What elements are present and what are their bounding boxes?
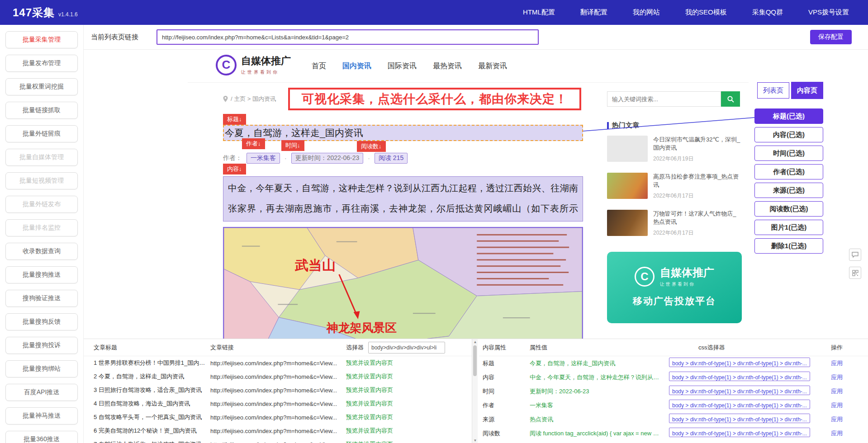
top-nav-item[interactable]: 我的SEO模板 — [685, 8, 727, 17]
scroll-up-arrow[interactable]: ▲ — [472, 339, 478, 345]
sidebar-item[interactable]: 批量搜狗绑站 — [5, 360, 78, 377]
preview-set-content-link[interactable]: 预览并设置内容页 — [346, 427, 393, 435]
top-bar: 147采集 v1.4.1.6 HTML配置翻译配置我的网站我的SEO模板采集QQ… — [0, 0, 868, 25]
sidebar-item[interactable]: 批量神马推送 — [5, 407, 78, 424]
sidebar-item[interactable]: 批量搜狗推送 — [5, 266, 78, 283]
css-selector-box[interactable]: body > div:nth-of-type(1) > div:nth-of-t… — [669, 428, 810, 437]
article-list-table: 文章标题 文章链接 选择器 1 世界男排联赛积分榜！中国男排1_国内资讯 htt… — [84, 339, 472, 443]
views-field-tag[interactable]: 阅读数↓ — [357, 141, 386, 152]
sidebar-item[interactable]: 批量排名监控 — [5, 219, 78, 236]
selector-field-button[interactable]: 阅读数(已选) — [754, 201, 823, 217]
article-row-title: 1 世界男排联赛积分榜！中国男排1_国内资讯 — [84, 359, 210, 367]
top-nav-item[interactable]: VPS拨号设置 — [808, 8, 849, 17]
ad-logo-icon: C — [635, 267, 655, 287]
sidebar-item[interactable]: 批量搜狗反馈 — [5, 313, 78, 330]
preview-set-content-link[interactable]: 预览并设置内容页 — [346, 372, 393, 381]
article-views-selection[interactable]: 阅读 215 — [375, 153, 408, 164]
prop-row: 标题 今夏，自驾游，这样走_国内资讯 body > div:nth-of-typ… — [479, 356, 868, 370]
selector-field-button[interactable]: 时间(已选) — [754, 146, 823, 161]
preview-set-content-link[interactable]: 预览并设置内容页 — [346, 440, 393, 443]
selector-field-button[interactable]: 标题(已选) — [754, 108, 823, 124]
hot-article-title: 万物皆可炸！这7家人气炸物店_热点资讯 — [653, 210, 742, 226]
hot-article-thumbnail — [607, 173, 648, 199]
preview-set-content-link[interactable]: 预览并设置内容页 — [346, 359, 393, 367]
article-row-title: 7 自驾行达人告诉你：短途攻略_国内资讯 — [84, 440, 210, 443]
sidebar-item[interactable]: 批量搜狗投诉 — [5, 337, 78, 354]
hot-article-item[interactable]: 万物皆可炸！这7家人气炸物店_热点资讯 2022年06月17日 — [607, 210, 743, 237]
css-selector-box[interactable]: body > div:nth-of-type(1) > div:nth-of-t… — [669, 358, 810, 367]
save-config-button[interactable]: 保存配置 — [810, 30, 852, 44]
selector-field-button[interactable]: 删除1(已选) — [754, 238, 823, 254]
sidebar-item[interactable]: 批量短视频管理 — [5, 172, 78, 189]
site-logo[interactable]: C 自媒体推广 让世界看到你 — [216, 54, 291, 75]
hot-article-item[interactable]: 今日深圳市气温飙升32℃，深圳_国内资讯 2022年06月19日 — [607, 136, 743, 163]
css-selector-box[interactable]: body > div:nth-of-type(1) > div:nth-of-t… — [669, 414, 810, 423]
content-field-tag[interactable]: 内容↓ — [223, 164, 246, 174]
hot-article-thumbnail — [607, 210, 648, 236]
prop-row: 阅读数 阅读 function tag_arcclick(aid) { var … — [479, 426, 868, 440]
search-button[interactable] — [721, 91, 740, 107]
time-field-tag[interactable]: 时间↓ — [281, 140, 304, 151]
tab-content-page[interactable]: 内容页 — [791, 82, 823, 99]
article-title-selection[interactable]: 今夏，自驾游，这样走_国内资讯 — [223, 125, 583, 141]
scrollbar-thumb[interactable] — [473, 345, 477, 376]
prop-row: 内容 中金，今年夏天，自驾游，这种走怎样？说到从江西九江... body > d… — [479, 370, 868, 384]
apply-button[interactable]: 应用 — [831, 402, 843, 409]
breadcrumb: / 主页 > 国内资讯 — [223, 95, 276, 103]
apply-button[interactable]: 应用 — [831, 374, 843, 381]
article-content-selection[interactable]: 中金，今年夏天，自驾游，这种走怎样？说到从江西九江起程，透过江西始兴、往湖南张家… — [223, 176, 583, 222]
article-author-selection[interactable]: 一米集客 — [247, 153, 280, 164]
sidebar-item[interactable]: 搜狗验证推送 — [5, 290, 78, 307]
hot-article-thumbnail — [607, 136, 648, 162]
site-nav-item[interactable]: 首页 — [312, 61, 326, 71]
site-nav-item[interactable]: 最热资讯 — [433, 61, 462, 71]
search-input[interactable] — [607, 91, 721, 107]
list-selector-input[interactable] — [368, 342, 445, 353]
site-nav-item[interactable]: 国际资讯 — [388, 61, 417, 71]
chat-helper-button[interactable] — [849, 249, 861, 261]
hot-article-item[interactable]: 高原马拉松参赛注意事项_热点资讯 2022年06月17日 — [607, 173, 743, 200]
top-nav-item[interactable]: 我的网站 — [633, 8, 660, 17]
sidebar-item[interactable]: 批量外链留痕 — [5, 125, 78, 142]
css-selector-box[interactable]: body > div:nth-of-type(1) > div:nth-of-t… — [669, 386, 810, 395]
preview-set-content-link[interactable]: 预览并设置内容页 — [346, 386, 393, 394]
preview-set-content-link[interactable]: 预览并设置内容页 — [346, 400, 393, 408]
url-toolbar: 当前列表页链接 保存配置 — [84, 25, 868, 50]
list-page-url-input[interactable] — [157, 29, 539, 45]
article-list-scrollbar[interactable]: ▲ ▼ — [472, 339, 478, 443]
selector-field-button[interactable]: 作者(已选) — [754, 164, 823, 179]
preview-set-content-link[interactable]: 预览并设置内容页 — [346, 413, 393, 421]
site-nav-item[interactable]: 最新资讯 — [478, 61, 507, 71]
css-selector-box[interactable]: body > div:nth-of-type(1) > div:nth-of-t… — [669, 400, 810, 409]
site-nav-item[interactable]: 国内资讯 — [342, 61, 371, 71]
sidebar-item[interactable]: 批量发布管理 — [5, 55, 78, 72]
prop-value: 一米集客 — [530, 401, 669, 410]
top-nav-item[interactable]: 采集QQ群 — [752, 8, 783, 17]
sidebar-item[interactable]: 批量外链发布 — [5, 196, 78, 213]
apply-button[interactable]: 应用 — [831, 416, 843, 423]
apply-button[interactable]: 应用 — [831, 388, 843, 395]
sidebar-item[interactable]: 批量链接抓取 — [5, 102, 78, 119]
apply-button[interactable]: 应用 — [831, 430, 843, 437]
sidebar-item[interactable]: 收录数据查询 — [5, 243, 78, 260]
scroll-down-arrow[interactable]: ▼ — [472, 438, 478, 443]
apply-button[interactable]: 应用 — [831, 360, 843, 367]
qr-code-button[interactable] — [849, 267, 861, 279]
article-time-selection[interactable]: 更新时间：2022-06-23 — [291, 153, 364, 164]
author-field-tag[interactable]: 作者↓ — [242, 138, 265, 149]
selector-field-button[interactable]: 图片1(已选) — [754, 220, 823, 235]
sidebar-item[interactable]: 批量360推送 — [5, 431, 78, 443]
selector-field-button[interactable]: 内容(已选) — [754, 127, 823, 142]
sidebar-item[interactable]: 批量权重词挖掘 — [5, 78, 78, 95]
tab-list-page[interactable]: 列表页 — [757, 82, 789, 99]
title-field-tag[interactable]: 标题↓ — [223, 114, 246, 125]
ad-banner[interactable]: C 自媒体推广 让世界看到你 移动广告投放平台 — [607, 252, 742, 323]
css-selector-box[interactable]: body > div:nth-of-type(1) > div:nth-of-t… — [669, 372, 810, 381]
sidebar-item[interactable]: 批量自媒体管理 — [5, 149, 78, 166]
top-nav-item[interactable]: 翻译配置 — [580, 8, 607, 17]
hot-article-date: 2022年06月19日 — [653, 155, 742, 163]
sidebar-item[interactable]: 批量采集管理 — [5, 31, 78, 48]
sidebar-item[interactable]: 百度API推送 — [5, 384, 78, 401]
top-nav-item[interactable]: HTML配置 — [523, 8, 555, 17]
selector-field-button[interactable]: 来源(已选) — [754, 183, 823, 198]
